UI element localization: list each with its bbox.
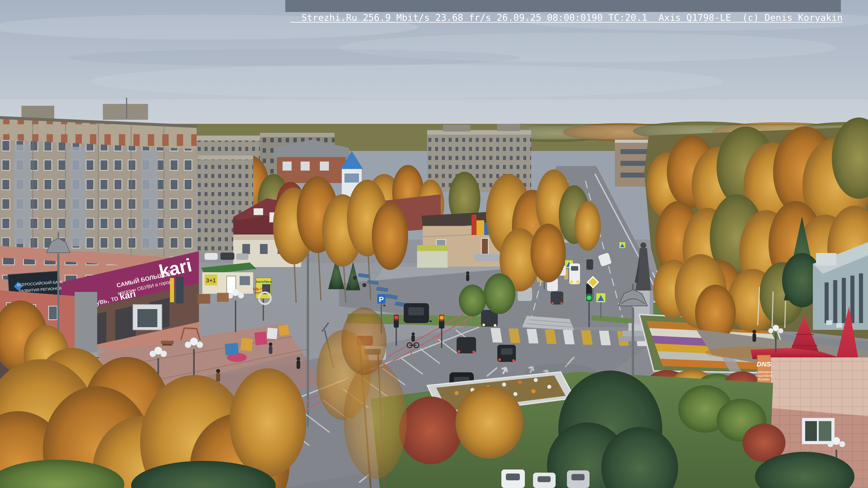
osd-text: Strezhi.Ru 256.9 Mbit/s 23.68 fr/s 26.09… <box>301 12 842 23</box>
red-bush <box>399 396 462 464</box>
kiosk-poster-text: 3+1 <box>206 277 216 284</box>
billboard-title: АвтоЛига <box>256 280 272 284</box>
dns-logo: DNS <box>756 360 771 368</box>
gray-building <box>813 242 868 330</box>
dark-sign <box>176 277 184 303</box>
bench <box>161 341 174 344</box>
webcam-frame: 3+1 АвтоЛига ЕДЬ ПО ПУТИ <box>0 0 868 488</box>
dns-line2: И БЫТОВАЯ <box>756 375 772 378</box>
dns-line3: ТЕХНИКА <box>757 378 770 381</box>
statue-head <box>640 242 646 248</box>
city-scene: 3+1 АвтоЛига ЕДЬ ПО ПУТИ <box>0 0 868 488</box>
parking-sign-letter: P <box>379 295 383 303</box>
yellow-bush <box>456 386 523 459</box>
dns-line1: ЦИФРОВАЯ <box>756 371 772 374</box>
yellow-sign <box>170 278 174 302</box>
osd-overlay-bar: Strezhi.Ru 256.9 Mbit/s 23.68 fr/s 26.09… <box>285 0 841 12</box>
green-kiosk: 3+1 <box>201 263 256 294</box>
billboard-text1: ЕДЬ ПО <box>253 287 265 291</box>
